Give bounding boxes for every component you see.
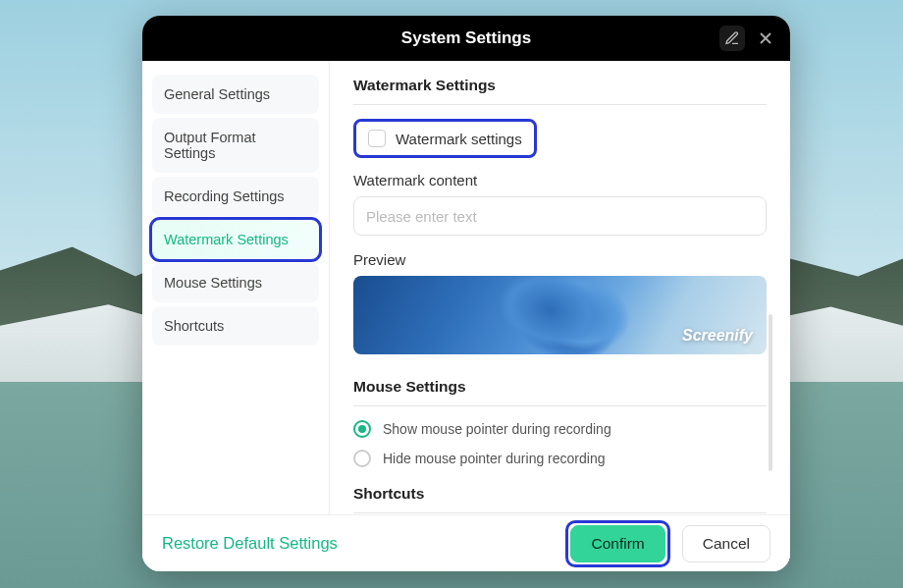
checkbox-label: Watermark settings — [396, 131, 522, 147]
preview-brand-text: Screenify — [682, 327, 753, 345]
watermark-preview: Screenify — [353, 276, 767, 354]
settings-panel: Watermark Settings Watermark settings Wa… — [330, 61, 790, 514]
settings-sidebar: General Settings Output Format Settings … — [142, 61, 329, 514]
mouse-heading: Mouse Settings — [353, 378, 767, 406]
radio-show-pointer[interactable]: Show mouse pointer during recording — [353, 420, 767, 438]
restore-defaults-link[interactable]: Restore Default Settings — [162, 534, 338, 553]
sidebar-item-recording[interactable]: Recording Settings — [152, 177, 319, 216]
sidebar-item-output-format[interactable]: Output Format Settings — [152, 118, 319, 173]
scrollbar[interactable] — [769, 314, 772, 471]
radio-label: Hide mouse pointer during recording — [383, 451, 605, 466]
checkbox-icon — [368, 130, 386, 147]
confirm-button[interactable]: Confirm — [570, 525, 664, 562]
sidebar-item-mouse[interactable]: Mouse Settings — [152, 263, 319, 302]
watermark-content-input[interactable] — [353, 196, 767, 236]
watermark-content-label: Watermark content — [353, 172, 767, 188]
sidebar-item-general[interactable]: General Settings — [152, 75, 319, 114]
sidebar-item-watermark[interactable]: Watermark Settings — [152, 220, 319, 259]
preview-label: Preview — [353, 251, 767, 268]
radio-icon — [353, 420, 371, 438]
titlebar: System Settings — [142, 16, 790, 61]
radio-label: Show mouse pointer during recording — [383, 421, 611, 437]
radio-icon — [353, 450, 371, 467]
watermark-enable-checkbox[interactable]: Watermark settings — [353, 119, 537, 158]
settings-modal: System Settings General Settings Output … — [142, 16, 790, 571]
pencil-icon — [724, 30, 740, 46]
watermark-heading: Watermark Settings — [353, 77, 767, 105]
radio-hide-pointer[interactable]: Hide mouse pointer during recording — [353, 450, 767, 467]
shortcuts-heading: Shortcuts — [353, 485, 767, 513]
modal-footer: Restore Default Settings Confirm Cancel — [142, 514, 790, 571]
cancel-button[interactable]: Cancel — [682, 525, 770, 562]
close-button[interactable] — [753, 26, 778, 51]
edit-button[interactable] — [719, 26, 745, 51]
sidebar-item-shortcuts[interactable]: Shortcuts — [152, 306, 319, 346]
window-title: System Settings — [401, 28, 531, 48]
close-icon — [757, 29, 774, 47]
